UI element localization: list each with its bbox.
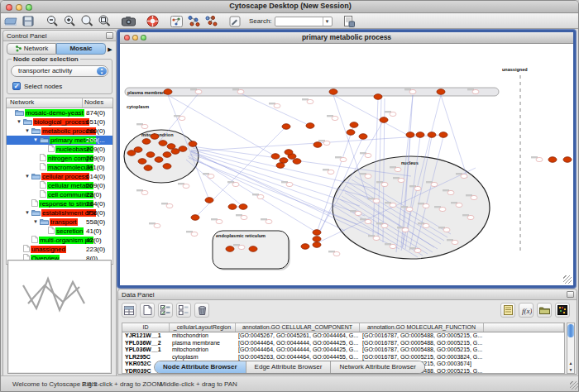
network-node-selected[interactable]	[347, 130, 355, 136]
tree-row-macromolecule[interactable]: macromolecule311(0)	[7, 163, 112, 172]
tree-row-transport[interactable]: ▼transport558(0)	[7, 218, 112, 227]
network-node-selected[interactable]	[271, 154, 280, 160]
zoom-selected-icon[interactable]	[79, 15, 94, 28]
table-row[interactable]: YLR295Ccytoplasm[GO:0045263, GO:0044464,…	[122, 354, 564, 361]
tree-header-nodes[interactable]: Nodes	[83, 98, 112, 108]
save-session-icon[interactable]	[21, 15, 36, 28]
tree-row-response-to-stimul[interactable]: response to stimul264(0)	[7, 199, 112, 208]
expand-arrow-icon[interactable]: ▼	[33, 137, 38, 142]
network-node[interactable]	[307, 99, 313, 103]
network-node[interactable]	[398, 178, 404, 182]
network-node-selected[interactable]	[293, 159, 301, 165]
network-node-selected[interactable]	[171, 149, 179, 155]
annotation-icon[interactable]	[227, 15, 242, 28]
search-input[interactable]: ▼	[275, 17, 333, 26]
network-node[interactable]	[216, 219, 223, 223]
tree-row-metabolic-process[interactable]: ▼metabolic process280(0)	[7, 127, 112, 136]
combo-stepper-icon[interactable]: ▲▼	[97, 67, 107, 75]
network-node-selected[interactable]	[350, 122, 358, 128]
network-node-selected[interactable]	[191, 215, 199, 221]
network-node[interactable]	[452, 240, 458, 244]
new-attribute-icon[interactable]	[140, 303, 155, 318]
attribute-matrix-icon[interactable]	[555, 303, 570, 318]
network-node[interactable]	[141, 190, 148, 194]
window-resize-grip-icon[interactable]	[570, 381, 578, 390]
search-dropdown-icon[interactable]: ▼	[323, 17, 332, 26]
tab-network-attribute-browser[interactable]: Network Attribute Browser	[331, 361, 423, 373]
network-node[interactable]	[274, 103, 280, 108]
network-node[interactable]	[390, 244, 396, 248]
network-canvas[interactable]: plasma membranecytoplasmmitochondrionnuc…	[120, 44, 573, 285]
network-node-selected[interactable]	[159, 141, 167, 146]
zoom-out-icon[interactable]	[45, 15, 60, 28]
expand-arrow-icon[interactable]: ▼	[25, 174, 30, 179]
network-node-selected[interactable]	[127, 151, 136, 156]
network-node-selected[interactable]	[301, 244, 309, 250]
import-network-icon[interactable]	[342, 15, 356, 28]
network-node-selected[interactable]	[276, 163, 285, 169]
network-node-selected[interactable]	[228, 204, 237, 210]
network-node-selected[interactable]	[226, 246, 234, 252]
network-node[interactable]	[238, 245, 245, 249]
expand-arrow-icon[interactable]: ▼	[25, 128, 30, 133]
network-view-icon[interactable]	[169, 15, 184, 28]
network-node[interactable]	[183, 184, 189, 188]
layout-blue-icon[interactable]	[186, 15, 201, 28]
float-panel-icon[interactable]	[106, 32, 113, 39]
network-node[interactable]	[141, 124, 148, 128]
edge[interactable]	[193, 148, 378, 189]
import-attributes-icon[interactable]	[537, 303, 552, 318]
open-session-icon[interactable]	[3, 15, 18, 28]
edge[interactable]	[241, 93, 310, 126]
network-node[interactable]	[166, 203, 173, 208]
network-node-selected[interactable]	[163, 164, 171, 170]
tab-network[interactable]: Network	[7, 43, 56, 55]
column-header[interactable]: _cellularLayoutRegion	[170, 323, 236, 332]
network-node-selected[interactable]	[439, 132, 447, 138]
network-node-selected[interactable]	[155, 157, 163, 163]
scrollbar-thumb[interactable]	[567, 324, 574, 337]
network-node[interactable]	[414, 186, 421, 190]
network-node[interactable]	[195, 89, 202, 93]
network-node-selected[interactable]	[563, 157, 572, 163]
network-node[interactable]	[191, 232, 198, 236]
network-node[interactable]	[340, 157, 347, 161]
network-node-selected[interactable]	[189, 141, 197, 147]
network-node[interactable]	[471, 195, 477, 199]
tree-row-nitrogen-compo[interactable]: nitrogen compo209(0)	[7, 154, 112, 163]
network-node[interactable]	[365, 174, 371, 178]
network-node-selected[interactable]	[428, 132, 436, 138]
help-lifering-icon[interactable]	[145, 15, 160, 28]
network-node[interactable]	[423, 223, 429, 227]
network-node[interactable]	[472, 89, 479, 93]
region-mitochondrion[interactable]	[124, 130, 199, 183]
network-node[interactable]	[395, 167, 401, 171]
resize-grip-icon[interactable]	[563, 275, 572, 284]
table-row[interactable]: YJR121W__1mitochondrion[GO:0045267, GO:0…	[122, 332, 564, 340]
tree-row-establishment-of-lo[interactable]: ▼establishment of lo558(0)	[7, 208, 112, 218]
network-node-selected[interactable]	[164, 89, 172, 95]
network-node[interactable]	[423, 203, 429, 208]
network-node-selected[interactable]	[329, 89, 337, 95]
network-node-selected[interactable]	[313, 242, 321, 248]
tree-row-nucleobase-[interactable]: nucleobase-209(0)	[7, 145, 112, 154]
network-node-selected[interactable]	[374, 94, 382, 100]
node-color-select[interactable]: transporter activity ▲▼	[11, 65, 108, 77]
table-row[interactable]: YPL036W__2plasma membrane[GO:0044464, GO…	[122, 340, 564, 347]
network-node[interactable]	[373, 236, 380, 240]
network-node[interactable]	[443, 227, 450, 232]
network-node[interactable]	[390, 112, 396, 116]
tree-row-unassigned[interactable]: unassigned223(0)	[7, 245, 112, 254]
layout-red-icon[interactable]	[203, 15, 218, 28]
network-node-selected[interactable]	[416, 132, 424, 138]
network-node[interactable]	[328, 170, 334, 174]
edge[interactable]	[195, 127, 286, 218]
network-node-selected[interactable]	[313, 237, 321, 242]
tree-row-secretion[interactable]: secretion41(0)	[7, 227, 112, 236]
network-node[interactable]	[390, 203, 396, 207]
network-node-selected[interactable]	[437, 89, 445, 95]
network-node-selected[interactable]	[282, 124, 290, 130]
tab-edge-attribute-browser[interactable]: Edge Attribute Browser	[246, 361, 332, 373]
network-node-selected[interactable]	[313, 230, 321, 236]
zoom-in-icon[interactable]	[62, 15, 77, 28]
